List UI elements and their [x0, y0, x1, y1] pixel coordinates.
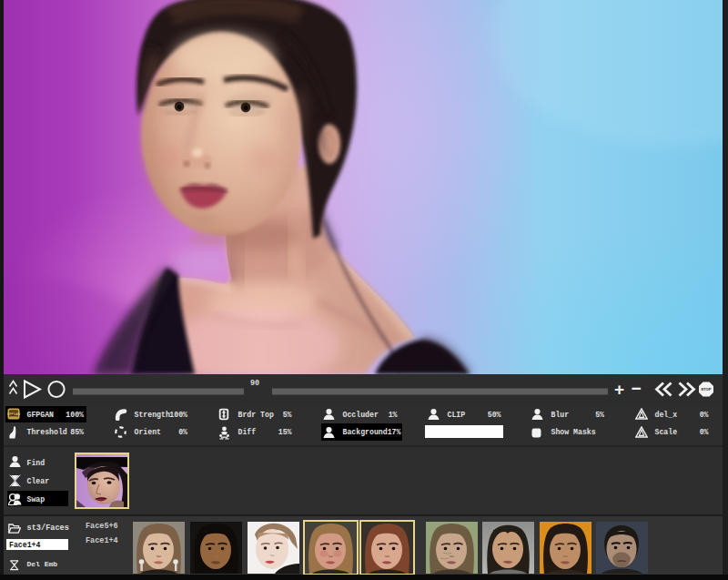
svg-text:−: − [632, 379, 642, 398]
svg-text:90: 90 [250, 379, 259, 388]
svg-text:STOP: STOP [701, 387, 712, 392]
svg-text:+: + [614, 380, 624, 399]
